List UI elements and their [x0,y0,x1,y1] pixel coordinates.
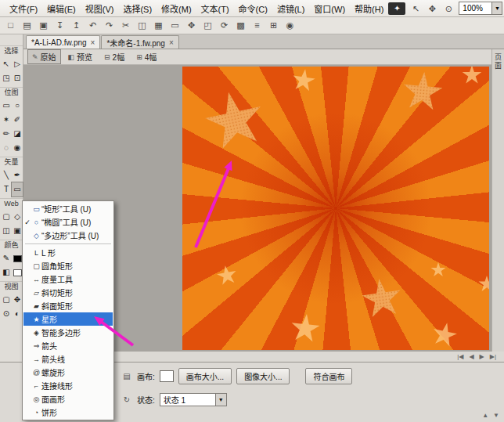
menu-text[interactable]: 文本(T) [196,1,234,16]
previous-frame-icon[interactable]: ◀ [469,352,473,362]
menu-item-arrow-line[interactable]: → 箭头线 [23,352,113,366]
scale-icon[interactable]: ◰ [200,19,215,32]
pencil-tool[interactable]: ✏ [1,127,12,141]
stroke-color-icon[interactable]: ✎ [1,251,12,265]
menu-window[interactable]: 窗口(W) [309,1,350,16]
rotate-icon[interactable]: ⟳ [217,19,232,32]
screen-mode-tool[interactable]: ▢ [1,293,12,307]
polygon-hotspot-tool[interactable]: ◇ [12,210,23,224]
paste-icon[interactable]: ▦ [151,19,166,32]
brush-tool[interactable]: ✐ [12,113,23,127]
next-frame-icon[interactable]: ▶ [480,352,484,362]
menu-item-measure-tool[interactable]: ↔ 度量工具 [23,272,113,286]
magnify-tool[interactable]: ⊙ [1,307,12,321]
menu-item-smart-polygon[interactable]: ◈ 智能多边形 [23,326,113,339]
save-icon[interactable]: ▣ [36,19,51,32]
text-tool[interactable]: T [1,182,12,197]
import-icon[interactable]: ↧ [52,19,67,32]
fill-color-well[interactable] [12,265,23,280]
canvas-sunburst-artwork[interactable] [182,67,489,350]
crop-icon[interactable]: ▭ [167,19,182,32]
export-icon[interactable]: ↥ [69,19,84,32]
group-icon[interactable]: ▩ [233,19,248,32]
stamp-tool[interactable]: ◉ [12,141,23,155]
menu-item-chamfer-rectangle[interactable]: ▱ 斜切矩形 [23,286,113,299]
copy-icon[interactable]: ◫ [135,19,149,32]
lasso-tool[interactable]: ○ [12,99,23,113]
menu-view[interactable]: 视图(V) [81,1,119,16]
panel-collapse-icon[interactable]: ▼ [493,412,499,419]
fit-canvas-button[interactable]: 符合画布 [305,368,352,384]
grid-icon[interactable]: ⊞ [266,19,281,32]
hand-tool[interactable]: ✥ [12,293,23,307]
new-document-icon[interactable]: □ [3,19,18,32]
menu-help[interactable]: 帮助(H) [350,1,388,16]
view-preview-button[interactable]: ◧ 预览 [63,49,98,64]
eraser-tool[interactable]: ◪ [12,127,23,141]
menu-item-doughnut[interactable]: ◎ 面画形 [23,392,113,406]
scale-tool[interactable]: ⊡ [12,71,23,85]
align-icon[interactable]: ≡ [250,19,265,32]
zoom-level-select[interactable]: 100% ▼ [459,2,502,15]
open-icon[interactable]: ▤ [20,19,34,32]
fill-color-icon[interactable]: ◧ [1,265,12,280]
canvas-size-button[interactable]: 画布大小... [178,368,232,384]
magic-wand-tool[interactable]: ✶ [1,113,12,127]
free-transform-icon[interactable]: ✥ [184,19,199,32]
zoom-icon[interactable]: ⊙ [442,2,455,15]
pointer-icon[interactable]: ↖ [409,2,422,15]
view-2up-button[interactable]: ⊟ 2幅 [99,49,129,64]
first-frame-icon[interactable]: |◀ [457,352,463,362]
slice-tool[interactable]: ◫ [1,224,12,238]
full-screen-tool[interactable]: ◐ [12,307,23,321]
menu-item-rectangle-tool[interactable]: ▭ “矩形”工具 (U) [23,202,113,215]
subselection-tool[interactable]: ▷ [12,57,23,71]
rectangle-tool[interactable]: ▭ [12,182,23,197]
blur-tool[interactable]: ◌ [1,141,12,155]
menu-item-rounded-rectangle[interactable]: ▢ 圆角矩形 [23,259,113,272]
close-icon[interactable]: × [169,38,174,47]
menu-item-ellipse-tool[interactable]: ✓ ○ “椭圆”工具 (U) [23,215,113,229]
view-original-button[interactable]: ✎ 原始 [27,49,61,64]
hide-slice-tool[interactable]: ▣ [12,224,23,238]
cut-icon[interactable]: ✂ [118,19,133,32]
state-select[interactable]: 状态 1 ▼ [160,393,227,406]
menu-edit[interactable]: 编辑(E) [42,1,81,16]
hand-icon[interactable]: ✥ [426,2,438,15]
export-area-tool[interactable]: ◳ [1,71,12,85]
pages-panel-collapsed[interactable]: 页面 [491,49,504,352]
line-tool[interactable]: ╲ [1,168,12,182]
tab-untitled-1[interactable]: *未命名-1.fw.png × [101,35,178,49]
menu-modify[interactable]: 修改(M) [157,1,196,16]
panel-help-icon[interactable]: ▲ [482,412,488,419]
menu-file[interactable]: 文件(F) [5,1,42,16]
redo-icon[interactable]: ↷ [102,19,117,32]
canvas-color-swatch[interactable] [160,370,174,382]
preview-icon[interactable]: ◉ [283,19,297,32]
menu-item-spiral[interactable]: @ 螺旋形 [23,366,113,379]
menu-item-connector-line[interactable]: ⌐ 连接线形 [23,379,113,392]
menu-select[interactable]: 选择(S) [118,1,157,16]
menu-item-pie[interactable]: ◔ 饼形 [23,406,113,419]
chevron-down-icon[interactable]: ▼ [491,2,502,14]
image-size-button[interactable]: 图像大小... [236,368,290,384]
chevron-down-icon[interactable]: ▼ [215,394,226,406]
undo-icon[interactable]: ↶ [85,19,100,32]
pen-tool[interactable]: ✒ [12,168,23,182]
menu-item-l-shape[interactable]: L L 形 [23,246,113,259]
menu-filters[interactable]: 滤镜(L) [272,1,309,16]
tab-a-li-ad[interactable]: *A-Li-AD.fw.png × [26,35,100,49]
view-4up-button[interactable]: ⊞ 4幅 [131,49,161,64]
menu-item-beveled-rectangle[interactable]: ▰ 斜面矩形 [23,299,113,312]
stroke-color-well[interactable] [12,251,23,265]
marquee-tool[interactable]: ▭ [1,99,12,113]
menu-item-arrow[interactable]: ⇒ 箭头 [23,339,113,352]
last-frame-icon[interactable]: ▶| [490,352,496,362]
close-icon[interactable]: × [91,38,95,47]
menu-item-polygon-tool[interactable]: ◇ “多边形”工具 (U) [23,229,113,242]
hotspot-tool[interactable]: ▢ [1,210,12,224]
app-menu-button[interactable]: ✦ [388,2,405,15]
menu-item-star[interactable]: ★ 星形 [23,312,113,326]
pointer-tool[interactable]: ↖ [1,57,12,71]
menu-commands[interactable]: 命令(C) [234,1,272,16]
